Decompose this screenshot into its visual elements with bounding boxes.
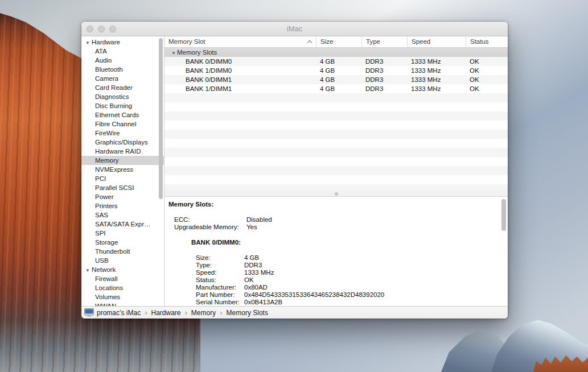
detail-field-row: Size:4 GB [168,254,508,262]
column-header-label: Type [366,38,380,45]
window-titlebar[interactable]: iMac [81,22,508,36]
detail-field-value: 0x484D54333531533643465238432D48392020 [244,291,384,299]
table-cell: BANK 0/DIMM0 [165,57,316,66]
sidebar-item-pci[interactable]: PCI [81,174,164,183]
sidebar-item-label: Volumes [95,294,120,300]
column-header-memory-slot[interactable]: Memory Slot [165,36,316,47]
table-cell: DDR3 [362,75,408,84]
detail-bank-title: BANK 0/DIMM0: [191,239,508,246]
column-header-status[interactable]: Status [466,36,508,47]
content-area: Memory SlotSizeTypeSpeedStatus ▼Memory S… [165,36,508,306]
table-cell: BANK 0/DIMM1 [165,75,316,84]
sidebar-item-thunderbolt[interactable]: Thunderbolt [81,247,164,256]
detail-field-row: Part Number:0x484D5433353153364346523843… [168,291,508,299]
table-group-row[interactable]: ▼Memory Slots [165,48,508,57]
sidebar-item-sata-sata-expr[interactable]: SATA/SATA Expr… [81,220,164,229]
sidebar-item-fibre-channel[interactable]: Fibre Channel [81,119,164,129]
detail-field-label: Manufacturer: [196,284,244,291]
breadcrumb-separator: › [145,308,147,317]
close-button[interactable] [87,26,93,32]
table-rows-wrap: ▼Memory Slots BANK 0/DIMM04 GBDDR31333 M… [165,48,508,93]
sidebar-item-diagnostics[interactable]: Diagnostics [81,92,164,101]
sidebar-item-volumes[interactable]: Volumes [81,292,164,301]
sidebar-item-graphics-displays[interactable]: Graphics/Displays [81,138,164,147]
sidebar-item-disc-burning[interactable]: Disc Burning [81,101,164,110]
minimize-button[interactable] [98,26,105,32]
detail-field-row: ECC:Disabled [168,216,508,224]
sidebar-item-parallel-scsi[interactable]: Parallel SCSI [81,183,164,192]
table-cell: 4 GB [316,84,362,93]
sidebar-item-label: Fibre Channel [95,121,136,127]
sidebar-item-hardware-raid[interactable]: Hardware RAID [81,147,164,156]
sort-ascending-icon [307,40,312,45]
sidebar-section-network[interactable]: ▼Network [81,265,164,274]
memory-table-pane: Memory SlotSizeTypeSpeedStatus ▼Memory S… [165,36,508,191]
detail-field-row: Speed:1333 MHz [168,269,508,276]
sidebar-item-ata[interactable]: ATA [81,47,164,56]
sidebar-item-firewall[interactable]: Firewall [81,274,164,283]
sidebar-item-label: Diagnostics [95,93,129,100]
sidebar-scrollbar-thumb[interactable] [159,38,163,199]
detail-field-label: Speed: [196,269,244,276]
status-bar: promac’s iMac›Hardware›Memory›Memory Slo… [81,306,508,319]
sidebar-item-label: Thunderbolt [95,248,130,255]
disclosure-triangle-icon[interactable]: ▼ [85,39,92,47]
sidebar-item-card-reader[interactable]: Card Reader [81,83,164,92]
detail-field-label: ECC: [174,216,246,224]
detail-scrollbar-thumb[interactable] [501,199,506,231]
sidebar-item-audio[interactable]: Audio [81,56,164,65]
table-cell: OK [466,66,508,75]
detail-field-value: 4 GB [244,254,259,262]
sidebar: ▼HardwareATAAudioBluetoothCameraCard Rea… [81,36,165,306]
sidebar-item-label: USB [95,257,109,264]
zoom-button[interactable] [109,26,116,32]
sidebar-item-power[interactable]: Power [81,192,164,201]
detail-global-fields: ECC:DisabledUpgradeable Memory:Yes [168,216,508,231]
detail-field-row: Type:DDR3 [168,262,508,269]
table-row[interactable]: BANK 0/DIMM14 GBDDR31333 MHzOK [165,75,508,84]
table-row[interactable]: BANK 1/DIMM04 GBDDR31333 MHzOK [165,66,508,75]
column-header-size[interactable]: Size [316,36,362,47]
column-header-type[interactable]: Type [362,36,408,47]
sidebar-item-nvmexpress[interactable]: NVMExpress [81,165,164,174]
sidebar-item-locations[interactable]: Locations [81,283,164,292]
sidebar-item-camera[interactable]: Camera [81,74,164,83]
column-header-speed[interactable]: Speed [408,36,466,47]
breadcrumb-item-memory: Memory [191,309,216,317]
disclosure-triangle-icon[interactable]: ▼ [85,266,92,275]
sidebar-item-usb[interactable]: USB [81,256,164,265]
window-main: ▼HardwareATAAudioBluetoothCameraCard Rea… [81,36,508,306]
table-cell: 4 GB [316,66,362,75]
sidebar-item-ethernet-cards[interactable]: Ethernet Cards [81,110,164,119]
window-title: iMac [287,24,302,33]
detail-pane: Memory Slots: ECC:DisabledUpgradeable Me… [165,197,508,306]
sidebar-item-wwan[interactable]: WWAN [81,301,164,306]
sidebar-item-label: Bluetooth [95,66,123,73]
breadcrumb-item-memory-slots: Memory Slots [227,309,268,317]
table-row[interactable]: BANK 1/DIMM14 GBDDR31333 MHzOK [165,84,508,93]
sidebar-item-label: PCI [95,175,106,182]
detail-field-value: DDR3 [244,262,262,269]
detail-field-value: Yes [246,224,257,231]
breadcrumb: promac’s iMac›Hardware›Memory›Memory Slo… [97,308,268,317]
table-row[interactable]: BANK 0/DIMM04 GBDDR31333 MHzOK [165,57,508,66]
table-cell: BANK 1/DIMM0 [165,66,316,75]
sidebar-item-printers[interactable]: Printers [81,201,164,210]
sidebar-item-label: Memory [95,157,119,164]
pane-splitter[interactable] [165,191,508,197]
detail-field-row: Status:OK [168,276,508,284]
table-cell: DDR3 [362,57,408,66]
splitter-handle-icon[interactable] [335,192,338,196]
sidebar-item-sas[interactable]: SAS [81,210,164,220]
sidebar-item-memory[interactable]: Memory [81,156,164,165]
sidebar-item-spi[interactable]: SPI [81,229,164,238]
sidebar-item-storage[interactable]: Storage [81,238,164,247]
sidebar-item-label: Locations [95,284,123,291]
sidebar-item-firewire[interactable]: FireWire [81,129,164,138]
sidebar-section-hardware[interactable]: ▼Hardware [81,38,164,47]
sidebar-item-bluetooth[interactable]: Bluetooth [81,65,164,74]
sidebar-item-label: Card Reader [95,84,133,91]
detail-field-value: Disabled [246,216,272,224]
system-information-window: iMac ▼HardwareATAAudioBluetoothCameraCar… [81,22,508,319]
sidebar-item-label: NVMExpress [95,166,133,173]
